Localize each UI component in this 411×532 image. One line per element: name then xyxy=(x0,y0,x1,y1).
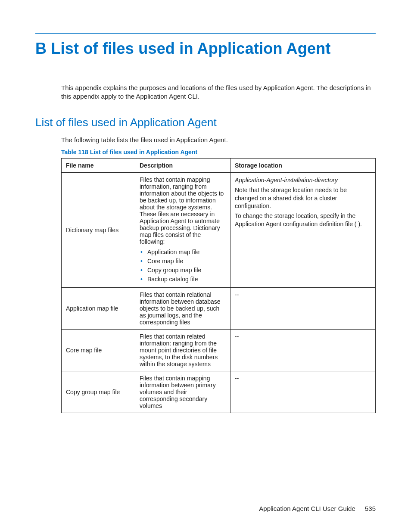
footer-doc-title: Application Agent CLI User Guide xyxy=(259,505,355,512)
th-storage-location: Storage location xyxy=(230,158,376,172)
cell-description: Files that contain relational informatio… xyxy=(135,287,230,329)
cell-file-name: Core map file xyxy=(62,329,135,371)
th-description: Description xyxy=(135,158,230,172)
page-title: B List of files used in Application Agen… xyxy=(35,40,376,58)
top-rule xyxy=(35,33,376,34)
cell-file-name: Dictionary map files xyxy=(62,172,135,287)
loc-note: Note that the storage location needs to … xyxy=(235,186,371,211)
section-subtext: The following table lists the files used… xyxy=(61,136,376,144)
loc-change: To change the storage location, specify … xyxy=(235,212,371,228)
footer-page-number: 535 xyxy=(365,505,376,512)
cell-storage-location: -- xyxy=(230,329,376,371)
cell-description: Files that contain related information: … xyxy=(135,329,230,371)
loc-change-a: To change the storage location, specify xyxy=(235,212,341,219)
list-item: Application map file xyxy=(140,248,226,257)
section-heading: List of files used in Application Agent xyxy=(35,116,376,129)
page-footer: Application Agent CLI User Guide 535 xyxy=(259,505,376,512)
desc-lead: Files that contain mapping information, … xyxy=(140,176,224,245)
desc-bullets: Application map file Core map file Copy … xyxy=(140,248,226,284)
list-item: Backup catalog file xyxy=(140,275,226,284)
table-row: Application map file Files that contain … xyxy=(62,287,376,329)
intro-paragraph: This appendix explains the purposes and … xyxy=(61,84,376,101)
cell-storage-location: Application-Agent-installation-directory… xyxy=(230,172,376,287)
table-row: Copy group map file Files that contain m… xyxy=(62,371,376,413)
cell-file-name: Copy group map file xyxy=(62,371,135,413)
cell-description: Files that contain mapping information b… xyxy=(135,371,230,413)
install-dir: Application-Agent-installation-directory xyxy=(235,176,371,184)
cell-storage-location: -- xyxy=(230,287,376,329)
table-row: Core map file Files that contain related… xyxy=(62,329,376,371)
list-item: Core map file xyxy=(140,257,226,266)
cell-file-name: Application map file xyxy=(62,287,135,329)
th-file-name: File name xyxy=(62,158,135,172)
list-item: Copy group map file xyxy=(140,266,226,275)
cell-storage-location: -- xyxy=(230,371,376,413)
loc-change-c: ). xyxy=(358,221,362,227)
table-row: Dictionary map files Files that contain … xyxy=(62,172,376,287)
cell-description: Files that contain mapping information, … xyxy=(135,172,230,287)
files-table: File name Description Storage location D… xyxy=(61,158,376,413)
table-caption: Table 118 List of files used in Applicat… xyxy=(61,149,376,156)
